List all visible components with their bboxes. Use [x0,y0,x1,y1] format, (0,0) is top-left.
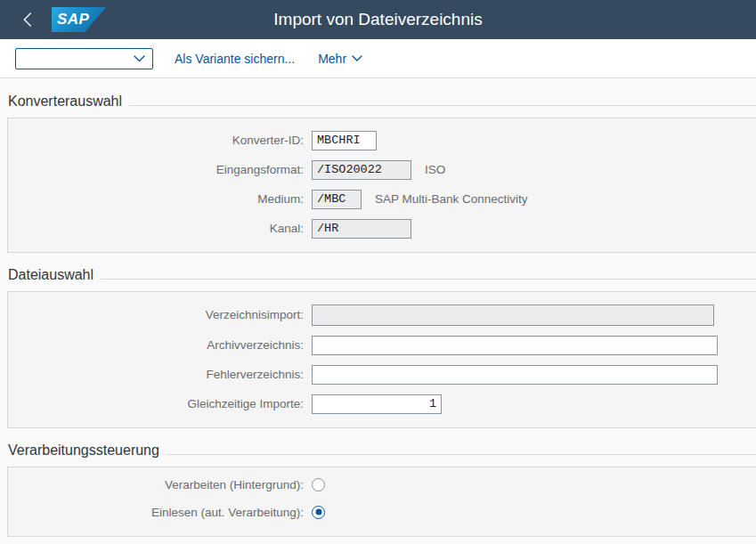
field-row-archivverzeichnis: Archivverzeichnis: [8,335,756,355]
section-header: Konverterauswahl [0,93,756,110]
focus-indicator [312,304,714,326]
back-button[interactable] [14,7,39,32]
sap-logo-text: SAP [52,7,89,32]
toolbar: Als Variante sichern... Mehr [0,39,756,78]
field-row-medium: Medium: SAP Multi-Bank Connectivity [8,189,756,209]
eingangsformat-description: ISO [425,163,445,176]
gleichzeitige-importe-input[interactable] [312,394,442,414]
page-title: Import von Dateiverzeichnis [273,10,482,29]
focus-corner-icon [307,321,315,329]
section-dateiauswahl: Dateiauswahl Verzeichnisimport: Archivve… [0,266,756,428]
section-title: Dateiauswahl [8,266,93,283]
archivverzeichnis-input[interactable] [312,336,718,355]
field-row-kanal: Kanal: [8,218,756,239]
save-as-variant-label: Als Variante sichern... [175,52,295,66]
field-row-eingangsformat: Eingangsformat: ISO [8,159,756,180]
konverter-id-input[interactable] [312,131,377,150]
field-row-konverter-id: Konverter-ID: [8,130,756,150]
chevron-down-icon [134,55,152,62]
focus-corner-icon [711,321,719,329]
field-label: Kanal: [8,222,312,235]
section-title: Verarbeitungssteuerung [8,442,159,459]
focus-corner-icon [307,301,315,309]
field-label: Medium: [8,192,312,206]
field-row-fehlerverzeichnis: Fehlerverzeichnis: [8,364,756,385]
back-icon [22,12,32,28]
panel-dateiauswahl: Verzeichnisimport: Archivverzeichnis: Fe… [7,291,756,428]
section-verarbeitungssteuerung: Verarbeitungssteuerung Verarbeiten (Hint… [0,442,756,537]
more-button[interactable]: Mehr [318,52,362,66]
form-content: Konverterauswahl Konverter-ID: Eingangsf… [0,93,756,537]
medium-description: SAP Multi-Bank Connectivity [375,192,528,206]
shellbar: SAP Import von Dateiverzeichnis [0,0,756,39]
section-header: Dateiauswahl [0,266,756,283]
section-divider [167,454,756,455]
section-divider [129,105,756,106]
more-label: Mehr [318,52,346,66]
section-divider [101,279,756,280]
eingangsformat-input[interactable] [312,160,411,180]
fehlerverzeichnis-input[interactable] [312,365,718,385]
field-label: Konverter-ID: [8,134,312,147]
einlesen-aut-verarbeitung-radio[interactable] [312,506,325,519]
radio-label: Einlesen (aut. Verarbeitung): [8,506,312,519]
radio-label: Verarbeiten (Hintergrund): [8,478,312,491]
panel-konverterauswahl: Konverter-ID: Eingangsformat: ISO Medium… [7,118,756,253]
field-label: Fehlerverzeichnis: [8,368,312,381]
sap-logo-icon: SAP [52,7,106,32]
field-label: Eingangsformat: [8,163,312,176]
focus-corner-icon [711,301,719,309]
section-header: Verarbeitungssteuerung [0,442,756,459]
field-label: Gleichzeitige Importe: [8,397,312,410]
field-label: Verzeichnisimport: [8,308,312,321]
field-label: Archivverzeichnis: [8,338,312,352]
variant-select[interactable] [15,48,153,69]
chevron-down-icon [352,55,362,62]
save-as-variant-button[interactable]: Als Variante sichern... [175,52,295,66]
field-row-gleichzeitige-importe: Gleichzeitige Importe: [8,394,756,414]
section-title: Konverterauswahl [8,93,122,110]
section-konverterauswahl: Konverterauswahl Konverter-ID: Eingangsf… [0,93,756,253]
verzeichnisimport-input[interactable] [312,304,714,326]
kanal-input[interactable] [312,219,411,239]
radio-row-verarbeiten-hintergrund: Verarbeiten (Hintergrund): [8,475,756,494]
medium-input[interactable] [312,190,362,209]
field-row-verzeichnisimport: Verzeichnisimport: [8,304,756,326]
panel-verarbeitungssteuerung: Verarbeiten (Hintergrund): Einlesen (aut… [7,467,756,537]
radio-row-einlesen-aut-verarbeitung: Einlesen (aut. Verarbeitung): [8,502,756,522]
verarbeiten-hintergrund-radio[interactable] [312,478,325,491]
